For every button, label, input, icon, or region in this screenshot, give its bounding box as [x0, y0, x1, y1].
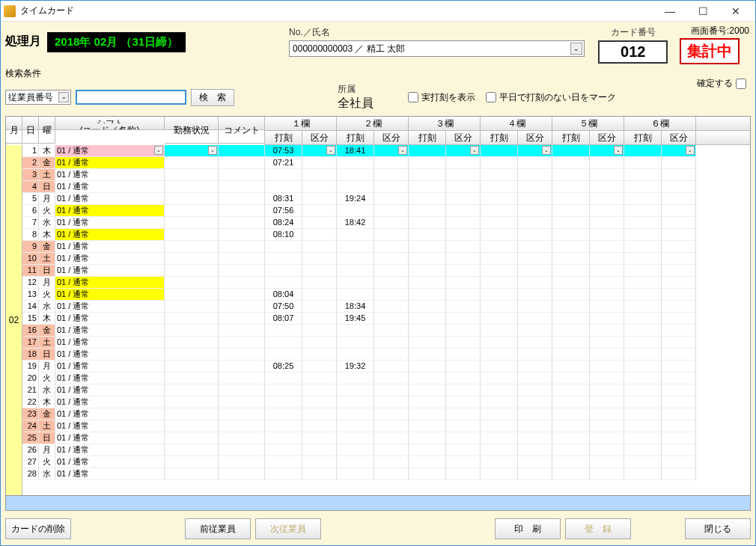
cell-kubun-2[interactable] [374, 241, 409, 253]
cell-time-4[interactable] [481, 277, 518, 289]
cell-kubun-2[interactable] [374, 253, 409, 265]
cell-day[interactable]: 27 [22, 456, 39, 468]
cell-work[interactable] [165, 337, 219, 349]
cell-kubun-3[interactable] [446, 181, 481, 193]
cell-kubun-4[interactable] [518, 229, 552, 241]
cell-work[interactable] [165, 265, 219, 277]
cell-time-5[interactable] [552, 337, 590, 349]
cell-time-6[interactable] [624, 372, 662, 384]
cell-comment[interactable] [219, 181, 265, 193]
cell-shift[interactable]: 01 / 通常 [55, 253, 165, 265]
cell-time-6[interactable] [624, 349, 662, 361]
cell-kubun-6[interactable] [662, 349, 696, 361]
cell-time-1[interactable]: 07:50 [265, 301, 302, 313]
cell-kubun-6[interactable] [662, 313, 696, 325]
cell-kubun-3[interactable] [446, 157, 481, 169]
cell-kubun-1[interactable] [302, 217, 337, 229]
cell-shift[interactable]: 01 / 通常 [55, 361, 165, 372]
cell-time-3[interactable] [409, 157, 446, 169]
cell-shift[interactable]: 01 / 通常 [55, 193, 165, 205]
cell-kubun-2[interactable] [374, 384, 409, 396]
cell-day[interactable]: 9 [22, 241, 39, 253]
cell-time-1[interactable]: 08:25 [265, 361, 302, 372]
cell-kubun-6[interactable] [662, 384, 696, 396]
cell-day[interactable]: 11 [22, 265, 39, 277]
cell-comment[interactable] [219, 432, 265, 444]
cell-time-3[interactable] [409, 313, 446, 325]
cell-kubun-4[interactable] [518, 372, 552, 384]
cell-shift[interactable]: 01 / 通常 [55, 277, 165, 289]
cell-kubun-4[interactable] [518, 325, 552, 337]
cell-shift[interactable]: 01 / 通常 [55, 372, 165, 384]
cell-time-3[interactable] [409, 408, 446, 420]
cell-time-2[interactable] [337, 444, 374, 456]
cell-kubun-6[interactable] [662, 265, 696, 277]
cell-time-1[interactable] [265, 372, 302, 384]
cell-kubun-3[interactable] [446, 169, 481, 181]
cell-kubun-4[interactable] [518, 157, 552, 169]
cell-time-3[interactable] [409, 444, 446, 456]
cell-kubun-2[interactable] [374, 277, 409, 289]
cell-time-4[interactable] [481, 205, 518, 217]
cell-kubun-5[interactable] [590, 337, 624, 349]
search-input[interactable] [76, 90, 186, 105]
cell-kubun-4[interactable] [518, 265, 552, 277]
cell-time-4[interactable] [481, 265, 518, 277]
cell-kubun-1[interactable] [302, 468, 337, 480]
cell-time-4[interactable] [481, 468, 518, 480]
chevron-down-icon[interactable]: ⌄ [208, 146, 217, 155]
cell-comment[interactable] [219, 420, 265, 432]
cell-kubun-3[interactable] [446, 325, 481, 337]
cell-time-4[interactable] [481, 325, 518, 337]
cell-time-1[interactable] [265, 277, 302, 289]
cell-day[interactable]: 5 [22, 193, 39, 205]
cell-day[interactable]: 4 [22, 181, 39, 193]
cell-time-2[interactable] [337, 468, 374, 480]
cell-work[interactable] [165, 217, 219, 229]
cell-kubun-2[interactable] [374, 193, 409, 205]
cell-time-5[interactable] [552, 432, 590, 444]
cell-kubun-3[interactable] [446, 361, 481, 372]
cell-work[interactable] [165, 396, 219, 408]
cell-day[interactable]: 24 [22, 420, 39, 432]
cell-time-5[interactable] [552, 349, 590, 361]
cell-kubun-5[interactable] [590, 349, 624, 361]
cell-work[interactable] [165, 372, 219, 384]
cell-time-3[interactable] [409, 396, 446, 408]
cell-time-3[interactable] [409, 420, 446, 432]
cell-work[interactable] [165, 301, 219, 313]
cell-time-2[interactable]: 18:34 [337, 301, 374, 313]
cell-time-2[interactable] [337, 456, 374, 468]
cell-time-3[interactable] [409, 193, 446, 205]
cell-comment[interactable] [219, 289, 265, 301]
cell-time-5[interactable] [552, 468, 590, 480]
cell-work[interactable] [165, 241, 219, 253]
cell-kubun-2[interactable] [374, 157, 409, 169]
cell-kubun-2[interactable] [374, 205, 409, 217]
cell-comment[interactable] [219, 456, 265, 468]
cell-time-3[interactable] [409, 289, 446, 301]
confirm-checkbox[interactable] [736, 79, 746, 89]
cell-kubun-4[interactable] [518, 384, 552, 396]
cell-kubun-1[interactable] [302, 396, 337, 408]
cell-time-2[interactable] [337, 372, 374, 384]
cell-work[interactable] [165, 193, 219, 205]
cell-time-5[interactable] [552, 253, 590, 265]
cell-work[interactable] [165, 420, 219, 432]
cell-kubun-3[interactable] [446, 468, 481, 480]
cell-time-5[interactable] [552, 408, 590, 420]
cell-time-4[interactable] [481, 289, 518, 301]
cell-day[interactable]: 23 [22, 408, 39, 420]
cell-kubun-4[interactable] [518, 361, 552, 372]
cell-shift[interactable]: 01 / 通常 [55, 241, 165, 253]
cell-kubun-1[interactable] [302, 432, 337, 444]
cell-kubun-1[interactable] [302, 301, 337, 313]
cell-kubun-5[interactable] [590, 205, 624, 217]
cell-kubun-4[interactable] [518, 169, 552, 181]
cell-kubun-1[interactable] [302, 205, 337, 217]
cell-day[interactable]: 13 [22, 289, 39, 301]
cell-time-6[interactable] [624, 157, 662, 169]
cell-time-5[interactable] [552, 145, 590, 157]
cell-kubun-2[interactable] [374, 169, 409, 181]
cell-shift[interactable]: 01 / 通常 [55, 205, 165, 217]
